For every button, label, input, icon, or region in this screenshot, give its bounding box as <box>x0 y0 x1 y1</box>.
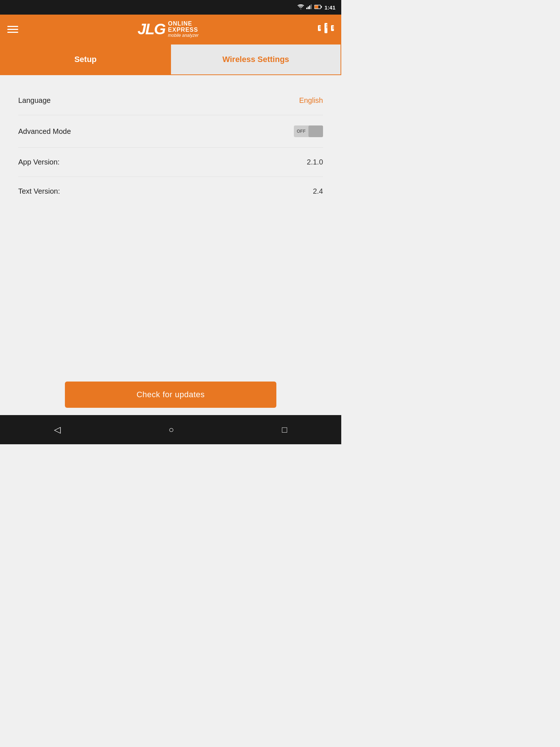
logo-online: ONLINEEXPRESS <box>168 20 199 33</box>
hamburger-menu[interactable] <box>7 26 18 33</box>
svg-rect-18 <box>332 28 334 29</box>
logo-text: ONLINEEXPRESS mobile analyzer <box>168 20 199 38</box>
language-row: Language English <box>18 86 323 115</box>
svg-rect-15 <box>331 25 334 31</box>
svg-rect-7 <box>318 25 321 31</box>
advanced-mode-label: Advanced Mode <box>18 127 294 136</box>
tab-setup[interactable]: Setup <box>1 44 170 74</box>
time-display: 1:41 <box>324 4 335 11</box>
svg-rect-14 <box>326 27 327 28</box>
svg-rect-0 <box>306 8 307 9</box>
svg-rect-8 <box>319 26 321 27</box>
language-label: Language <box>18 96 299 105</box>
nav-bar: ◁ ○ □ <box>0 415 341 444</box>
svg-rect-6 <box>321 6 322 8</box>
tab-wireless-settings[interactable]: Wireless Settings <box>170 44 341 74</box>
toggle-knob <box>308 125 323 137</box>
toolbar: JLG ONLINEEXPRESS mobile analyzer <box>0 15 341 44</box>
home-button[interactable]: ○ <box>168 425 174 435</box>
svg-rect-16 <box>332 26 334 27</box>
svg-rect-12 <box>326 24 327 25</box>
button-area: Check for updates <box>0 382 341 408</box>
app-version-value: 2.1.0 <box>307 158 323 166</box>
advanced-mode-row: Advanced Mode OFF <box>18 115 323 148</box>
svg-rect-5 <box>315 5 318 8</box>
status-icons: 1:41 <box>298 4 335 11</box>
logo-jlg: JLG <box>137 22 165 37</box>
app-version-label: App Version: <box>18 158 307 166</box>
svg-rect-2 <box>309 5 310 9</box>
wifi-icon <box>298 4 304 11</box>
recent-apps-button[interactable]: □ <box>282 425 287 435</box>
settings-content: Language English Advanced Mode OFF App V… <box>0 75 341 217</box>
svg-rect-3 <box>311 4 312 9</box>
svg-rect-17 <box>332 27 334 28</box>
svg-rect-9 <box>319 27 321 28</box>
advanced-mode-toggle[interactable]: OFF <box>294 125 323 137</box>
app-version-row: App Version: 2.1.0 <box>18 148 323 177</box>
svg-rect-13 <box>326 26 327 27</box>
toggle-switch[interactable]: OFF <box>294 125 323 137</box>
analyzer-icon[interactable] <box>318 23 334 36</box>
text-version-label: Text Version: <box>18 187 313 196</box>
text-version-value: 2.4 <box>313 187 323 196</box>
signal-icon <box>306 4 312 11</box>
logo: JLG ONLINEEXPRESS mobile analyzer <box>137 20 199 38</box>
toggle-off-label: OFF <box>297 129 306 134</box>
text-version-row: Text Version: 2.4 <box>18 177 323 206</box>
back-button[interactable]: ◁ <box>54 425 61 435</box>
check-updates-button[interactable]: Check for updates <box>65 382 276 408</box>
language-value[interactable]: English <box>299 96 323 105</box>
tab-bar: Setup Wireless Settings <box>0 44 341 75</box>
logo-mobile: mobile analyzer <box>168 33 199 38</box>
svg-rect-10 <box>319 28 321 29</box>
battery-icon <box>314 4 322 11</box>
svg-rect-1 <box>308 7 309 9</box>
status-bar: 1:41 <box>0 0 341 15</box>
